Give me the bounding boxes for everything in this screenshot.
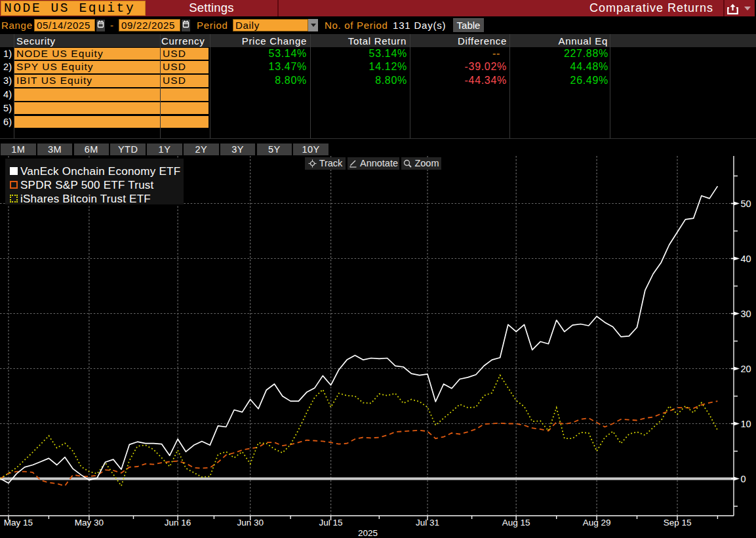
svg-text:0: 0 (741, 474, 746, 484)
svg-text:Aug 29: Aug 29 (583, 518, 611, 528)
svg-text:20: 20 (741, 364, 751, 374)
svg-text:May 30: May 30 (75, 518, 104, 528)
svg-text:Jul 15: Jul 15 (319, 518, 343, 528)
svg-text:Jun 30: Jun 30 (237, 518, 264, 528)
svg-text:10: 10 (741, 419, 751, 429)
svg-text:40: 40 (741, 254, 751, 264)
svg-text:May 15: May 15 (4, 518, 33, 528)
svg-text:50: 50 (741, 199, 751, 209)
svg-text:Aug 15: Aug 15 (502, 518, 530, 528)
svg-text:Jun 16: Jun 16 (165, 518, 191, 528)
svg-text:2025: 2025 (358, 528, 378, 538)
svg-text:30: 30 (741, 309, 751, 319)
svg-text:Jul 31: Jul 31 (416, 518, 439, 528)
svg-text:Sep 15: Sep 15 (664, 518, 692, 528)
